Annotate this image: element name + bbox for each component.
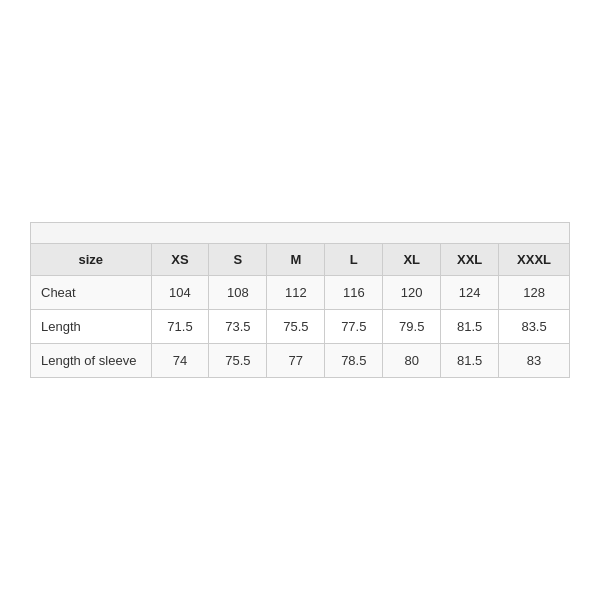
cell-1-2: 75.5 xyxy=(267,310,325,344)
cell-1-0: 71.5 xyxy=(151,310,209,344)
header-col-7: XXXL xyxy=(499,244,569,276)
table-row: Length of sleeve7475.57778.58081.583 xyxy=(31,344,569,378)
table-row: Cheat104108112116120124128 xyxy=(31,276,569,310)
cell-1-6: 83.5 xyxy=(499,310,569,344)
header-col-5: XL xyxy=(383,244,441,276)
cell-2-5: 81.5 xyxy=(441,344,499,378)
header-col-3: M xyxy=(267,244,325,276)
cell-1-4: 79.5 xyxy=(383,310,441,344)
cell-0-5: 124 xyxy=(441,276,499,310)
cell-1-5: 81.5 xyxy=(441,310,499,344)
header-col-0: size xyxy=(31,244,151,276)
cell-2-1: 75.5 xyxy=(209,344,267,378)
cell-1-1: 73.5 xyxy=(209,310,267,344)
header-col-2: S xyxy=(209,244,267,276)
cell-0-4: 120 xyxy=(383,276,441,310)
chart-title-row xyxy=(31,223,569,244)
row-label-0: Cheat xyxy=(31,276,151,310)
cell-2-3: 78.5 xyxy=(325,344,383,378)
cell-2-0: 74 xyxy=(151,344,209,378)
cell-2-4: 80 xyxy=(383,344,441,378)
header-col-1: XS xyxy=(151,244,209,276)
cell-0-2: 112 xyxy=(267,276,325,310)
cell-2-6: 83 xyxy=(499,344,569,378)
size-table: sizeXSSMLXLXXLXXXL Cheat1041081121161201… xyxy=(31,244,569,377)
table-row: Length71.573.575.577.579.581.583.5 xyxy=(31,310,569,344)
cell-0-6: 128 xyxy=(499,276,569,310)
table-header: sizeXSSMLXLXXLXXXL xyxy=(31,244,569,276)
header-col-6: XXL xyxy=(441,244,499,276)
header-row: sizeXSSMLXLXXLXXXL xyxy=(31,244,569,276)
row-label-2: Length of sleeve xyxy=(31,344,151,378)
table-body: Cheat104108112116120124128Length71.573.5… xyxy=(31,276,569,378)
cell-0-3: 116 xyxy=(325,276,383,310)
size-chart: sizeXSSMLXLXXLXXXL Cheat1041081121161201… xyxy=(30,222,570,378)
row-label-1: Length xyxy=(31,310,151,344)
cell-0-0: 104 xyxy=(151,276,209,310)
cell-2-2: 77 xyxy=(267,344,325,378)
header-col-4: L xyxy=(325,244,383,276)
cell-1-3: 77.5 xyxy=(325,310,383,344)
cell-0-1: 108 xyxy=(209,276,267,310)
